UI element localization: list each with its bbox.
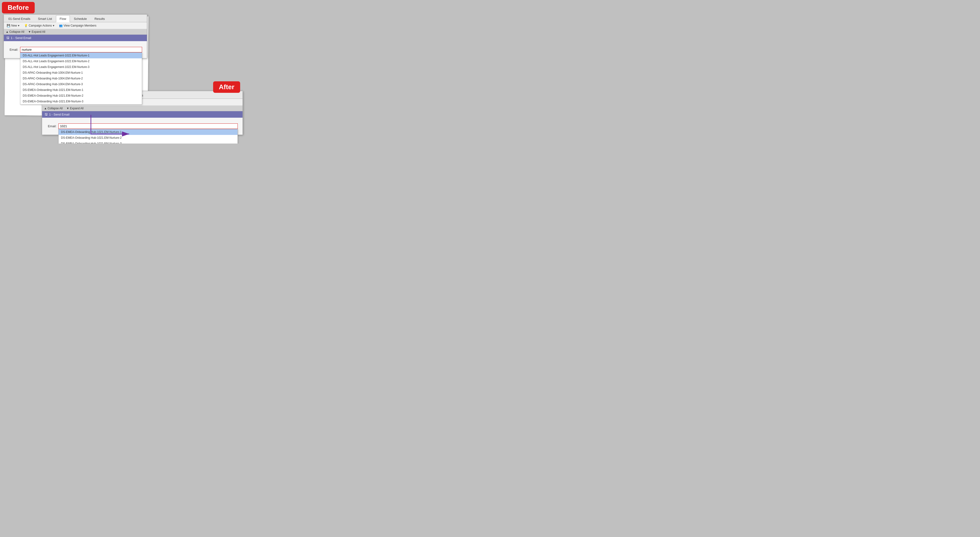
tab-send-emails-before[interactable]: 01-Send Emails [5,15,34,22]
email-label-before: Email: [9,47,18,51]
before-label: Before [2,2,35,13]
dropdown-item-before-6[interactable]: DS-EMEA-Onboarding Hub-1021.EM-Nurture-1 [20,87,142,93]
collapse-all-after[interactable]: ▲ Collapse All [44,107,63,110]
new-button-before[interactable]: 💾 New ▾ [6,24,20,28]
dropdown-item-before-7[interactable]: DS-EMEA-Onboarding Hub-1021.EM-Nurture-2 [20,93,142,99]
new-icon-before: 💾 [7,24,10,27]
dropdown-item-before-0[interactable]: DS-ALL-Hot Leads Engagement-1022.EM-Nurt… [20,52,142,58]
before-tabs: 01-Send Emails Smart List Flow Schedule … [4,14,147,22]
before-panel: 01-Send Emails Smart List Flow Schedule … [3,14,147,58]
campaign-actions-icon-before: 💡 [24,24,28,27]
flow-step-body-before: Email: DS-ALL-Hot Leads Engagement-1022.… [4,41,147,58]
email-input-before[interactable] [20,47,142,52]
flow-step-icon-after: 🖫 [45,113,48,116]
campaign-actions-button-before[interactable]: 💡 Campaign Actions ▾ [23,24,55,28]
email-row-after: Email: DS-EMEA-Onboarding Hub-1021.EM-Nu… [42,122,243,131]
view-members-icon-before: 👥 [59,24,63,27]
email-dropdown-after: DS-EMEA-Onboarding Hub-1021.EM-Nurture-1… [58,129,238,143]
collapse-all-before[interactable]: ▲ Collapse All [6,30,24,33]
dropdown-item-after-1[interactable]: DS-EMEA-Onboarding Hub-1021.EM-Nurture-2 [59,135,237,141]
flow-step-header-after: 🖫 1 - Send Email [42,111,243,118]
flow-step-icon-before: 🖫 [6,36,10,40]
email-input-wrap-before: DS-ALL-Hot Leads Engagement-1022.EM-Nurt… [20,47,142,52]
dropdown-item-before-1[interactable]: DS-ALL-Hot Leads Engagement-1022.EM-Nurt… [20,58,142,64]
tab-flow-before[interactable]: Flow [56,15,70,22]
tab-smart-list-before[interactable]: Smart List [35,15,56,22]
email-input-wrap-after: DS-EMEA-Onboarding Hub-1021.EM-Nurture-1… [58,124,238,129]
dropdown-item-before-2[interactable]: DS-ALL-Hot Leads Engagement-1022.EM-Nurt… [20,64,142,70]
expand-all-before[interactable]: ▼ Expand All [28,30,45,33]
tab-schedule-before[interactable]: Schedule [70,15,91,22]
email-dropdown-before: DS-ALL-Hot Leads Engagement-1022.EM-Nurt… [20,52,142,105]
after-collapse-bar: ▲ Collapse All ▼ Expand All [42,106,243,111]
dropdown-item-before-8[interactable]: DS-EMEA-Onboarding Hub-1021.EM-Nurture-3 [20,99,142,104]
dropdown-item-after-0[interactable]: DS-EMEA-Onboarding Hub-1021.EM-Nurture-1 [59,129,237,135]
email-label-after: Email: [47,124,56,128]
dropdown-item-before-3[interactable]: DS-APAC-Onboarding Hub-1004.EM-Nurture-1 [20,70,142,76]
after-label: After [213,81,240,93]
before-collapse-bar: ▲ Collapse All ▼ Expand All [4,29,147,35]
tab-results-before[interactable]: Results [91,15,108,22]
expand-all-after[interactable]: ▼ Expand All [67,107,84,110]
dropdown-item-before-4[interactable]: DS-APAC-Onboarding Hub-1004.EM-Nurture-2 [20,76,142,81]
flow-step-header-before: 🖫 1 - Send Email [4,35,147,41]
dropdown-item-before-5[interactable]: DS-APAC-Onboarding Hub-1004.EM-Nurture-3 [20,81,142,87]
email-row-before: Email: DS-ALL-Hot Leads Engagement-1022.… [4,45,147,54]
before-toolbar: 💾 New ▾ 💡 Campaign Actions ▾ 👥 View Camp… [4,22,147,29]
view-members-button-before[interactable]: 👥 View Campaign Members [58,24,97,28]
flow-step-body-after: Email: DS-EMEA-Onboarding Hub-1021.EM-Nu… [42,118,243,135]
dropdown-item-after-2[interactable]: DS-EMEA-Onboarding Hub-1021.EM-Nurture-3 [59,141,237,143]
email-input-after[interactable] [58,124,238,129]
